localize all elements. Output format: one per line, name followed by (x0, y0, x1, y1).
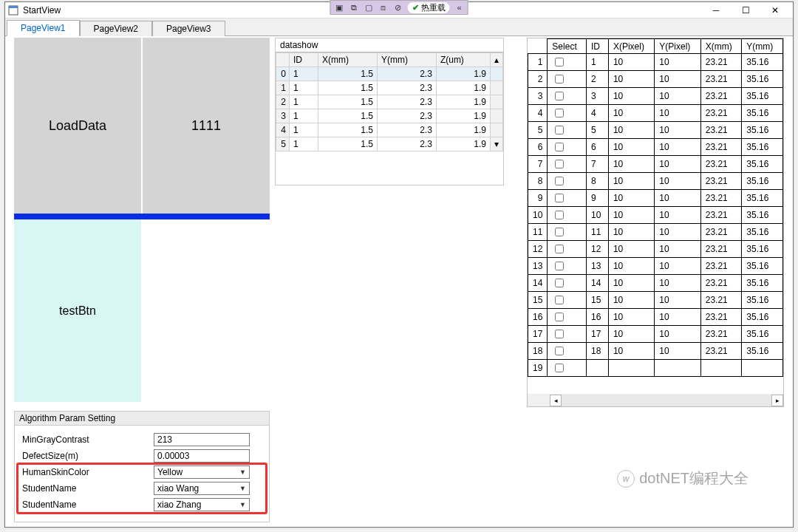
grid-row[interactable]: 1111101023.2135.16 (528, 224, 783, 241)
cell[interactable]: 1.9 (436, 109, 490, 123)
cell[interactable]: 35.16 (742, 292, 783, 309)
cell[interactable]: 23.21 (700, 105, 742, 122)
datashow-col-header[interactable]: Z(um) (436, 53, 490, 67)
select-cell[interactable] (548, 88, 587, 105)
grid-row[interactable]: 1818101023.2135.16 (528, 343, 783, 360)
scroll-right-icon[interactable]: ▸ (771, 395, 783, 406)
cell[interactable]: 10 (608, 105, 654, 122)
row-select-checkbox[interactable] (555, 126, 564, 134)
cell[interactable]: 10 (655, 156, 700, 173)
row-header[interactable]: 1 (276, 81, 290, 95)
collapse-toolbar-icon[interactable]: « (454, 2, 465, 13)
cell[interactable]: 35.16 (742, 88, 783, 105)
cell[interactable]: 10 (655, 122, 700, 139)
row-select-checkbox[interactable] (555, 330, 564, 338)
cell[interactable]: 14 (586, 275, 608, 292)
select-cell[interactable] (548, 190, 587, 207)
row-select-checkbox[interactable] (555, 160, 564, 168)
cell[interactable]: 13 (586, 258, 608, 275)
datashow-row[interactable]: 511.52.31.9▾ (276, 137, 503, 151)
cell[interactable]: 35.16 (742, 343, 783, 360)
tab-pageview3[interactable]: PageView3 (152, 21, 225, 36)
cell[interactable]: 2.3 (377, 137, 436, 151)
grid-row[interactable]: 1717101023.2135.16 (528, 326, 783, 343)
row-header[interactable]: 1 (528, 54, 548, 71)
cell[interactable] (700, 360, 742, 377)
cell[interactable]: 1 (290, 67, 318, 81)
cell[interactable]: 10 (608, 156, 654, 173)
cell[interactable]: 1.5 (318, 109, 378, 123)
cell[interactable]: 10 (608, 173, 654, 190)
cell[interactable]: 23.21 (700, 343, 742, 360)
cell[interactable]: 35.16 (742, 190, 783, 207)
cell[interactable]: 10 (608, 326, 654, 343)
cell[interactable]: 1 (290, 123, 318, 137)
cell[interactable]: 1 (586, 54, 608, 71)
row-header[interactable]: 18 (528, 343, 548, 360)
row-header[interactable]: 4 (276, 123, 290, 137)
cell[interactable]: 9 (586, 190, 608, 207)
row-header[interactable]: 3 (528, 88, 548, 105)
cell[interactable]: 10 (655, 88, 700, 105)
cell[interactable]: 10 (608, 309, 654, 326)
scroll-track[interactable] (562, 395, 771, 406)
tab-pageview2[interactable]: PageView2 (80, 21, 153, 36)
cell[interactable]: 16 (586, 309, 608, 326)
cell[interactable]: 23.21 (700, 88, 742, 105)
row-header[interactable]: 13 (528, 258, 548, 275)
row-select-checkbox[interactable] (555, 245, 564, 253)
select-all-corner[interactable] (528, 39, 548, 54)
splitter-bar[interactable] (14, 214, 270, 219)
cell[interactable]: 2.3 (377, 109, 436, 123)
select-cell[interactable] (548, 139, 587, 156)
cell[interactable]: 1 (290, 109, 318, 123)
vscroll-up-icon[interactable]: ▴ (491, 53, 503, 67)
cell[interactable]: 35.16 (742, 326, 783, 343)
datashow-row[interactable]: 111.52.31.9 (276, 81, 503, 95)
row-header[interactable]: 5 (528, 122, 548, 139)
row-select-checkbox[interactable] (555, 296, 564, 304)
grid-row[interactable]: 1515101023.2135.16 (528, 292, 783, 309)
select-cell[interactable] (548, 292, 587, 309)
grid-row[interactable]: 55101023.2135.16 (528, 122, 783, 139)
cell[interactable]: 1.5 (318, 123, 378, 137)
cell[interactable]: 2.3 (377, 81, 436, 95)
select-cell[interactable] (548, 360, 587, 377)
cell[interactable]: 35.16 (742, 173, 783, 190)
cell[interactable]: 1.5 (318, 137, 378, 151)
vscroll-track[interactable] (491, 67, 503, 81)
param-input[interactable] (154, 433, 250, 446)
vscroll-track[interactable] (491, 95, 503, 109)
cell[interactable]: 35.16 (742, 71, 783, 88)
cell[interactable]: 1.9 (436, 95, 490, 109)
tab-pageview1[interactable]: PageView1 (7, 20, 80, 36)
select-cell[interactable] (548, 54, 587, 71)
row-select-checkbox[interactable] (555, 313, 564, 321)
grid-row[interactable]: 19 (528, 360, 783, 377)
cell[interactable]: 2.3 (377, 123, 436, 137)
row-header[interactable]: 19 (528, 360, 548, 377)
row-select-checkbox[interactable] (555, 262, 564, 270)
cell[interactable]: 23.21 (700, 190, 742, 207)
cell[interactable]: 6 (586, 139, 608, 156)
cell[interactable]: 10 (608, 275, 654, 292)
row-select-checkbox[interactable] (555, 143, 564, 151)
cell[interactable]: 1 (290, 137, 318, 151)
cell[interactable]: 35.16 (742, 105, 783, 122)
grid-col-header[interactable]: X(mm) (700, 39, 742, 54)
cell[interactable]: 2 (586, 71, 608, 88)
cell[interactable]: 2.3 (377, 95, 436, 109)
grid-row[interactable]: 66101023.2135.16 (528, 139, 783, 156)
cell[interactable]: 35.16 (742, 156, 783, 173)
grid-row[interactable]: 22101023.2135.16 (528, 71, 783, 88)
cell[interactable]: 1.5 (318, 81, 378, 95)
cell[interactable]: 10 (655, 275, 700, 292)
cell[interactable]: 23.21 (700, 224, 742, 241)
cell[interactable]: 1.9 (436, 67, 490, 81)
row-header[interactable]: 3 (276, 109, 290, 123)
row-select-checkbox[interactable] (555, 279, 564, 287)
cell[interactable]: 10 (608, 343, 654, 360)
row-select-checkbox[interactable] (555, 194, 564, 202)
datashow-row[interactable]: 211.52.31.9 (276, 95, 503, 109)
grid-row[interactable]: 1313101023.2135.16 (528, 258, 783, 275)
